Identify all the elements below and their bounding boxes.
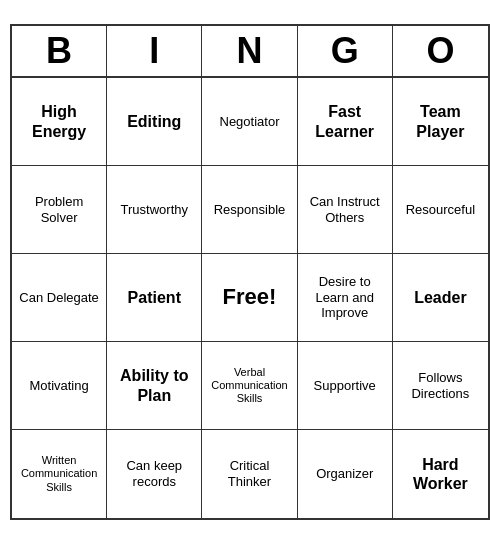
bingo-cell-1: Editing: [107, 78, 202, 166]
bingo-cell-22: Critical Thinker: [202, 430, 297, 518]
bingo-cell-6: Trustworthy: [107, 166, 202, 254]
bingo-letter-n: N: [202, 26, 297, 76]
bingo-cell-20: Written Communication Skills: [12, 430, 107, 518]
bingo-cell-11: Patient: [107, 254, 202, 342]
bingo-cell-7: Responsible: [202, 166, 297, 254]
bingo-header: BINGO: [12, 26, 488, 78]
bingo-cell-10: Can Delegate: [12, 254, 107, 342]
bingo-cell-17: Verbal Communication Skills: [202, 342, 297, 430]
bingo-cell-9: Resourceful: [393, 166, 488, 254]
bingo-grid: High EnergyEditingNegotiatorFast Learner…: [12, 78, 488, 518]
bingo-cell-18: Supportive: [298, 342, 393, 430]
bingo-letter-i: I: [107, 26, 202, 76]
bingo-letter-g: G: [298, 26, 393, 76]
bingo-cell-19: Follows Directions: [393, 342, 488, 430]
bingo-cell-4: Team Player: [393, 78, 488, 166]
bingo-cell-21: Can keep records: [107, 430, 202, 518]
bingo-cell-16: Ability to Plan: [107, 342, 202, 430]
bingo-cell-8: Can Instruct Others: [298, 166, 393, 254]
bingo-cell-15: Motivating: [12, 342, 107, 430]
bingo-letter-b: B: [12, 26, 107, 76]
bingo-cell-0: High Energy: [12, 78, 107, 166]
bingo-cell-2: Negotiator: [202, 78, 297, 166]
bingo-cell-14: Leader: [393, 254, 488, 342]
bingo-cell-24: Hard Worker: [393, 430, 488, 518]
bingo-cell-12: Free!: [202, 254, 297, 342]
bingo-cell-23: Organizer: [298, 430, 393, 518]
bingo-letter-o: O: [393, 26, 488, 76]
bingo-card: BINGO High EnergyEditingNegotiatorFast L…: [10, 24, 490, 520]
bingo-cell-13: Desire to Learn and Improve: [298, 254, 393, 342]
bingo-cell-3: Fast Learner: [298, 78, 393, 166]
bingo-cell-5: Problem Solver: [12, 166, 107, 254]
